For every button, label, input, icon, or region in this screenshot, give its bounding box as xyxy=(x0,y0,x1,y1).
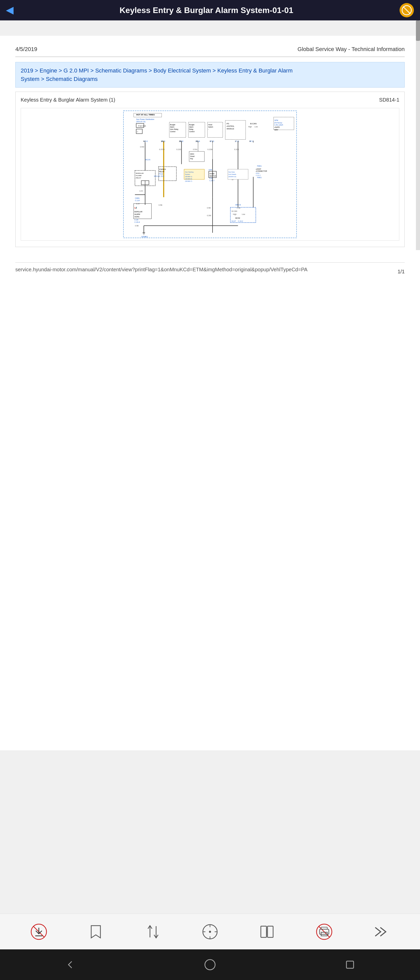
svg-text:C.10-2: C.10-2 xyxy=(238,220,243,222)
breadcrumb-line1: 2019 > Engine > G 2.0 MPI > Schematic Di… xyxy=(21,66,399,75)
svg-text:Link Details: Link Details xyxy=(228,173,236,175)
svg-text:•RELAY: •RELAY xyxy=(136,177,141,179)
svg-text:C.29: C.29 xyxy=(134,219,138,221)
svg-text:BCM: BCM xyxy=(236,217,240,219)
svg-text:See Power Distribution: See Power Distribution xyxy=(136,118,154,120)
svg-text:Hood: Hood xyxy=(208,124,212,126)
svg-text:HORN: HORN xyxy=(134,216,139,218)
svg-text:System: System xyxy=(185,173,190,175)
svg-text:C.A1-2: C.A1-2 xyxy=(256,175,260,176)
overlay-icon[interactable] xyxy=(399,3,414,18)
svg-text:Control: Control xyxy=(189,130,195,132)
url-text: service.hyundai-motor.com/manual/V2/cont… xyxy=(15,267,308,272)
svg-text:B.127: B.127 xyxy=(232,220,236,222)
sys-recents-button[interactable] xyxy=(342,957,358,972)
svg-point-175 xyxy=(205,959,215,970)
sys-back-button[interactable] xyxy=(62,957,78,972)
diagram-container: Keyless Entry & Burglar Alarm System (1)… xyxy=(15,92,405,247)
svg-text:20: 20 xyxy=(195,140,198,142)
svg-text:WKO: WKO xyxy=(190,153,194,155)
svg-text:(SD200-12): (SD200-12) xyxy=(228,176,236,177)
back-button[interactable]: ◀ xyxy=(6,5,13,16)
svg-text:F31: F31 xyxy=(145,236,148,238)
svg-text:CM61: CM61 xyxy=(135,197,140,199)
svg-text:Burglar: Burglar xyxy=(189,124,195,126)
svg-text:F18 30A: F18 30A xyxy=(138,125,146,127)
page-flip-button[interactable] xyxy=(257,921,277,942)
svg-text:Key: Key xyxy=(190,158,193,160)
bookmark-button[interactable] xyxy=(86,921,106,942)
svg-text:C.26-8: C.26-8 xyxy=(134,221,140,223)
svg-text:C.114: C.114 xyxy=(135,200,140,201)
svg-text:BOX: BOX xyxy=(163,169,166,170)
scrollbar-thumb[interactable] xyxy=(416,21,420,41)
expand-button[interactable] xyxy=(200,921,220,942)
svg-text:0.3W: 0.3W xyxy=(207,215,211,216)
svg-text:F.33: F.33 xyxy=(209,177,213,179)
svg-text:WAY: WAY xyxy=(275,129,278,130)
svg-text:•JOINT: •JOINT xyxy=(256,168,261,170)
svg-text:26: 26 xyxy=(179,140,181,142)
diagram-title: Keyless Entry & Burglar Alarm System (1) xyxy=(21,97,115,103)
scrollbar[interactable] xyxy=(416,21,420,250)
svg-text:Control: Control xyxy=(170,130,176,132)
svg-text:B-CAN: B-CAN xyxy=(232,210,237,212)
svg-text:Switch: Switch xyxy=(208,126,213,128)
system-nav-bar xyxy=(0,950,420,980)
svg-text:1P-E: 1P-E xyxy=(144,140,148,142)
svg-text:0.5B: 0.5B xyxy=(207,207,211,209)
svg-text:E49: E49 xyxy=(209,169,212,171)
svg-text:C,R1-1/A25: C,R1-1/A25 xyxy=(275,124,283,126)
svg-text:C.30-7: C.30-7 xyxy=(209,180,215,181)
svg-text:0.5W: 0.5W xyxy=(140,146,144,148)
svg-text:IFS: IFS xyxy=(227,123,229,124)
svg-rect-176 xyxy=(347,961,354,968)
svg-text:•IVNTROL: •IVNTROL xyxy=(227,125,235,127)
svg-text:Alarm: Alarm xyxy=(170,126,174,128)
svg-text:0.5B: 0.5B xyxy=(159,204,163,206)
svg-text:HOT AT ALL TIMES: HOT AT ALL TIMES xyxy=(136,114,155,116)
svg-text:16: 16 xyxy=(161,140,163,142)
svg-text:0.22W: 0.22W xyxy=(208,148,213,150)
svg-text:P234: P234 xyxy=(256,172,260,174)
svg-text:•CONNECTOR: •CONNECTOR xyxy=(256,170,267,172)
svg-text:0.22B: 0.22B xyxy=(234,148,239,150)
schematic-diagram: HOT AT ALL TIMES See Power Distribution … xyxy=(21,108,399,241)
svg-text:0.22Gr: 0.22Gr xyxy=(177,148,182,150)
svg-text:C.15-3: C.15-3 xyxy=(159,175,164,177)
svg-text:12: 12 xyxy=(232,179,233,180)
more-button[interactable] xyxy=(371,921,391,942)
doc-date: 4/5/2019 xyxy=(15,46,37,52)
svg-text:(SD360-7): (SD360-7) xyxy=(185,180,192,182)
sys-home-button[interactable] xyxy=(202,957,218,972)
header-bar: ◀ Keyless Entry & Burglar Alarm System-0… xyxy=(0,0,420,21)
svg-text:0.5B: 0.5B xyxy=(135,225,139,227)
svg-line-1 xyxy=(403,6,410,14)
svg-text:📢: 📢 xyxy=(134,207,137,209)
svg-text:GPM: GPM xyxy=(275,119,278,121)
diagram-header: Keyless Entry & Burglar Alarm System (1)… xyxy=(21,97,399,105)
svg-text:RELAY: RELAY xyxy=(159,171,164,172)
svg-text:0.5Gr: 0.5Gr xyxy=(193,148,198,150)
download-button[interactable] xyxy=(29,921,49,942)
svg-text:0.5Y: 0.5Y xyxy=(139,190,143,192)
print-button[interactable] xyxy=(314,921,334,942)
svg-point-161 xyxy=(209,931,211,933)
doc-meta: 4/5/2019 Global Service Way - Technical … xyxy=(15,46,405,57)
svg-text:Burglar: Burglar xyxy=(170,124,176,126)
svg-text:Horn Relay: Horn Relay xyxy=(170,128,179,130)
svg-text:FM01: FM01 xyxy=(257,177,262,178)
svg-text:•MODULE: •MODULE xyxy=(227,128,235,130)
svg-text:High: High xyxy=(233,213,236,215)
svg-text:-: - xyxy=(208,128,209,130)
svg-text:IP:P70722: IP:P70722 xyxy=(275,122,282,124)
page-title: Keyless Entry & Burglar Alarm System-01-… xyxy=(13,6,399,15)
sort-button[interactable] xyxy=(143,921,163,942)
svg-text:P122: P122 xyxy=(159,173,163,175)
svg-text:See Data: See Data xyxy=(228,171,235,173)
svg-text:M13-A: M13-A xyxy=(145,159,150,161)
bottom-toolbar xyxy=(0,914,420,950)
svg-rect-166 xyxy=(261,926,267,937)
svg-text:FM01: FM01 xyxy=(257,165,262,167)
svg-text:ICM: ICM xyxy=(159,169,162,170)
